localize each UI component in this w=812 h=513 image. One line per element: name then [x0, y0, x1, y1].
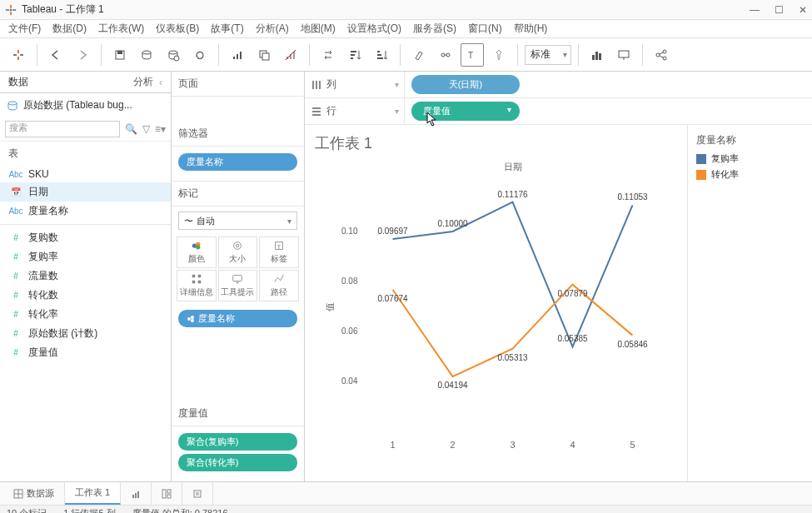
field-原始数据 (计数)[interactable]: #原始数据 (计数) [0, 324, 171, 343]
datasource-item[interactable]: 原始数据 (Tableau bug... [0, 93, 171, 117]
maximize-button[interactable]: ☐ [775, 4, 784, 16]
svg-rect-26 [377, 51, 380, 52]
data-tab[interactable]: 数据 [0, 72, 86, 92]
datasource-tab[interactable]: 数据源 [3, 482, 65, 505]
filters-shelf[interactable]: 度量名称 [172, 147, 304, 181]
field-复购数[interactable]: #复购数 [0, 228, 171, 247]
columns-shelf-label[interactable]: 列 [305, 72, 405, 97]
mv-pill-2[interactable]: 聚合(转化率) [178, 454, 297, 471]
svg-rect-91 [135, 493, 137, 498]
svg-text:0.05846: 0.05846 [617, 340, 648, 349]
columns-shelf[interactable]: 天(日期) [405, 75, 812, 94]
marks-color[interactable]: 颜色 [177, 237, 217, 268]
menu-dashboard[interactable]: 仪表板(B) [156, 22, 199, 36]
svg-text:T: T [468, 51, 473, 60]
duplicate-button[interactable] [252, 43, 276, 67]
rows-shelf[interactable]: 度量值 [405, 102, 812, 121]
measure-values-shelf[interactable]: 聚合(复购率) 聚合(转化率) [172, 426, 304, 481]
toolbar: T 标准 [0, 38, 812, 72]
marks-label[interactable]: T标签 [259, 237, 299, 268]
menu-window[interactable]: 窗口(N) [468, 22, 502, 36]
rows-pill[interactable]: 度量值 [411, 102, 520, 121]
svg-rect-93 [162, 490, 166, 498]
minimize-button[interactable]: — [750, 4, 760, 16]
svg-text:0.07674: 0.07674 [377, 294, 408, 303]
menu-help[interactable]: 帮助(H) [514, 22, 548, 36]
marks-detail[interactable]: 详细信息 [177, 270, 217, 301]
group-button[interactable] [434, 43, 457, 67]
svg-point-29 [441, 53, 445, 57]
share-button[interactable] [650, 43, 673, 67]
mv-pill-1[interactable]: 聚合(复购率) [178, 433, 297, 451]
chart-view[interactable]: 工作表 1 日期0.000.040.060.080.1012345值0.0969… [305, 125, 687, 481]
pages-shelf[interactable] [172, 97, 304, 122]
pause-updates-button[interactable] [162, 43, 185, 67]
field-转化数[interactable]: #转化数 [0, 286, 171, 305]
new-worksheet-button[interactable] [226, 43, 249, 67]
menu-data[interactable]: 数据(D) [52, 22, 87, 36]
rows-icon [311, 107, 321, 117]
refresh-button[interactable] [188, 43, 212, 67]
marks-color-pill[interactable]: 度量名称 [178, 310, 297, 327]
menu-server[interactable]: 服务器(S) [413, 22, 456, 36]
svg-rect-25 [351, 51, 356, 52]
sort-asc-button[interactable] [343, 43, 366, 67]
field-度量值[interactable]: #度量值 [0, 343, 171, 362]
legend-item-复购率[interactable]: 复购率 [696, 152, 804, 165]
menu-file[interactable]: 文件(F) [8, 22, 41, 36]
field-SKU[interactable]: AbcSKU [0, 166, 171, 182]
highlight-button[interactable] [407, 43, 431, 67]
show-me-button[interactable] [585, 43, 609, 67]
datasource-icon [7, 100, 18, 112]
search-input[interactable]: 搜索 [5, 121, 120, 137]
save-button[interactable] [108, 43, 132, 67]
sort-desc-button[interactable] [370, 43, 393, 67]
view-options-icon[interactable]: ≡▾ [155, 123, 166, 135]
svg-text:4: 4 [570, 440, 575, 450]
rows-shelf-label[interactable]: 行 [305, 98, 405, 124]
close-button[interactable]: ✕ [799, 4, 807, 16]
undo-button[interactable] [44, 43, 67, 67]
tableau-start-icon[interactable] [7, 43, 30, 67]
filter-icon[interactable]: ▽ [142, 123, 150, 135]
new-story-tab[interactable] [182, 482, 213, 505]
menu-story[interactable]: 故事(T) [211, 22, 243, 36]
field-转化率[interactable]: #转化率 [0, 305, 171, 324]
svg-rect-63 [312, 111, 321, 112]
filter-pill[interactable]: 度量名称 [178, 153, 297, 171]
legend-item-转化率[interactable]: 转化率 [696, 168, 804, 181]
menu-format[interactable]: 设置格式(O) [347, 22, 401, 36]
menu-analysis[interactable]: 分析(A) [256, 22, 289, 36]
clear-button[interactable] [279, 43, 302, 67]
field-度量名称[interactable]: Abc度量名称 [0, 202, 171, 221]
field-日期[interactable]: 📅日期 [0, 182, 171, 202]
field-复购率[interactable]: #复购率 [0, 247, 171, 266]
redo-button[interactable] [71, 43, 94, 67]
search-icon[interactable]: 🔍 [125, 123, 137, 135]
field-流量数[interactable]: #流量数 [0, 266, 171, 286]
svg-rect-60 [316, 81, 317, 89]
svg-rect-54 [198, 281, 202, 284]
pin-button[interactable] [487, 43, 511, 67]
marks-tooltip[interactable]: 工具提示 [218, 270, 258, 301]
marks-size[interactable]: 大小 [218, 237, 258, 268]
new-datasource-button[interactable] [135, 43, 158, 67]
new-dashboard-tab[interactable] [152, 482, 182, 505]
analytics-tab[interactable]: 分析 ‹ [86, 72, 172, 92]
sheet-tab[interactable]: 工作表 1 [65, 482, 121, 505]
svg-rect-59 [312, 81, 314, 89]
presentation-button[interactable] [612, 43, 635, 67]
menu-map[interactable]: 地图(M) [301, 22, 336, 36]
fit-dropdown[interactable]: 标准 [525, 45, 571, 65]
new-sheet-tab[interactable] [121, 482, 152, 505]
menubar: 文件(F) 数据(D) 工作表(W) 仪表板(B) 故事(T) 分析(A) 地图… [0, 20, 812, 38]
marks-type-dropdown[interactable]: 〜自动 [178, 212, 297, 230]
legend: 度量名称 复购率转化率 [687, 125, 812, 481]
columns-icon [311, 80, 321, 90]
swap-button[interactable] [316, 43, 340, 67]
svg-line-41 [660, 52, 663, 54]
marks-path[interactable]: 路径 [259, 270, 299, 301]
label-toggle-button[interactable]: T [461, 43, 484, 67]
menu-worksheet[interactable]: 工作表(W) [98, 22, 144, 36]
columns-pill[interactable]: 天(日期) [411, 75, 520, 94]
